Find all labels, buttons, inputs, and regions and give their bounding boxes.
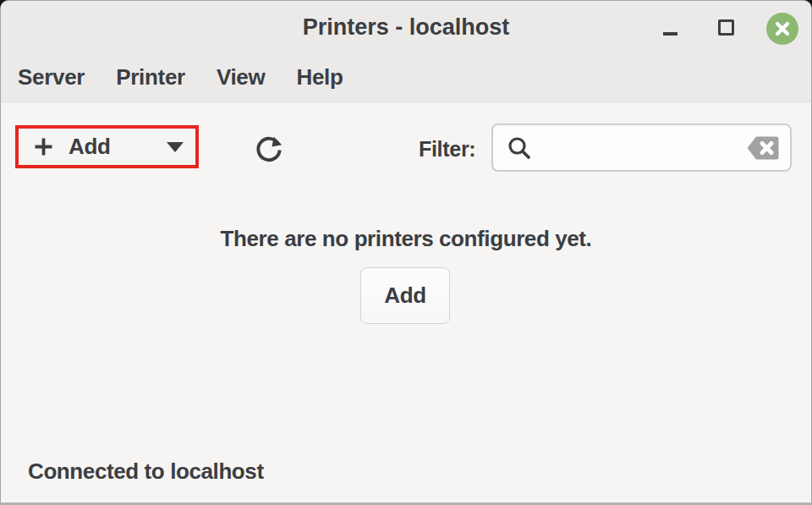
window-title: Printers - localhost <box>303 1 510 53</box>
add-toolbutton-label: Add <box>69 134 111 160</box>
maximize-icon <box>718 19 734 36</box>
clear-backspace-icon[interactable] <box>746 135 780 161</box>
refresh-icon <box>253 134 285 166</box>
add-printer-toolbutton[interactable]: Add <box>19 129 195 165</box>
close-button[interactable] <box>766 13 798 45</box>
menu-printer[interactable]: Printer <box>116 64 185 91</box>
filter-search-input[interactable] <box>540 135 746 160</box>
search-icon <box>507 135 532 161</box>
close-icon <box>766 13 798 45</box>
maximize-button[interactable] <box>712 13 739 40</box>
menubar: Server Printer View Help <box>1 53 811 102</box>
statusbar-text: Connected to localhost <box>28 458 264 485</box>
minimize-icon <box>663 32 678 36</box>
menu-help[interactable]: Help <box>296 64 343 91</box>
plus-icon <box>32 135 55 158</box>
minimize-button[interactable] <box>656 15 683 42</box>
annotation-highlight-box: Add <box>15 125 199 168</box>
titlebar[interactable]: Printers - localhost <box>1 1 811 53</box>
printers-window: Printers - localhost Server Printer View… <box>0 0 812 505</box>
menu-view[interactable]: View <box>217 64 266 91</box>
filter-search-entry[interactable] <box>491 124 792 172</box>
chevron-down-icon[interactable] <box>167 142 184 152</box>
empty-state-message: There are no printers configured yet. <box>1 226 811 252</box>
filter-label: Filter: <box>419 137 475 162</box>
add-printer-button[interactable]: Add <box>360 267 450 324</box>
refresh-button[interactable] <box>250 131 288 168</box>
menu-server[interactable]: Server <box>18 64 85 91</box>
